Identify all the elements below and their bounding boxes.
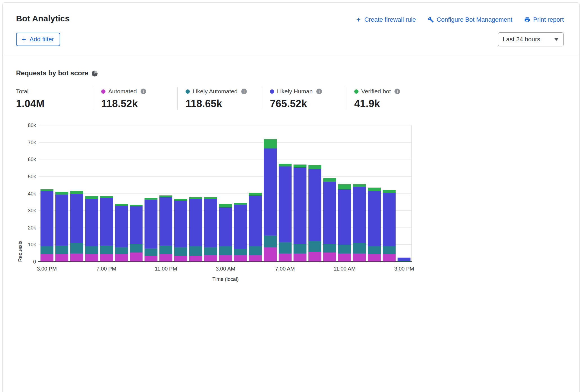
bar-segment-likely-automated <box>55 245 68 254</box>
bar-segment-automated <box>70 253 83 262</box>
wrench-icon <box>428 17 434 23</box>
print-report-link[interactable]: Print report <box>524 16 564 23</box>
bar-segment-likely-human <box>398 258 410 261</box>
time-range-value: Last 24 hours <box>503 36 540 43</box>
bar[interactable] <box>308 125 321 262</box>
y-tick-label: 70k <box>28 139 36 145</box>
plus-icon <box>355 17 362 23</box>
plot-area: Requests Time (local) 010k20k30k40k50k60… <box>39 125 412 262</box>
bar[interactable] <box>204 125 217 262</box>
bar-segment-likely-automated <box>294 244 306 253</box>
bar-segment-automated <box>55 254 68 262</box>
bar-segment-automated <box>115 254 128 262</box>
bar[interactable] <box>264 125 277 262</box>
bar[interactable] <box>159 125 172 262</box>
bar-segment-likely-human <box>189 199 202 247</box>
bar-segment-automated <box>353 253 366 262</box>
bar-segment-likely-human <box>130 206 143 244</box>
pie-chart-icon[interactable] <box>92 71 98 76</box>
time-range-select[interactable]: Last 24 hours <box>498 32 564 46</box>
bar[interactable] <box>279 125 292 262</box>
bar-segment-likely-human <box>338 189 351 245</box>
bar-segment-automated <box>130 253 143 262</box>
bar[interactable] <box>234 125 247 262</box>
bar-segment-verified-bot <box>85 196 98 199</box>
bar-segment-likely-human <box>219 207 232 246</box>
bar[interactable] <box>145 125 157 262</box>
x-tick-label: 7:00 AM <box>275 266 295 272</box>
x-tick-label: 3:00 PM <box>37 266 57 272</box>
add-filter-label: Add filter <box>30 36 54 43</box>
bar-segment-verified-bot <box>383 190 396 193</box>
bar-segment-automated <box>85 254 98 262</box>
bar-segment-likely-automated <box>130 244 143 252</box>
bar-segment-automated <box>308 252 321 262</box>
bar-segment-likely-human <box>279 166 292 242</box>
bar[interactable] <box>130 125 143 262</box>
bar-segment-likely-human <box>368 191 381 246</box>
bar-segment-likely-automated <box>353 243 366 253</box>
x-tick-label: 11:00 PM <box>155 266 177 272</box>
bot-analytics-card: Bot Analytics Create firewall rule Confi… <box>2 2 580 392</box>
y-axis-title: Requests <box>17 125 23 262</box>
bar-segment-likely-human <box>249 195 262 247</box>
bar[interactable] <box>219 125 232 262</box>
bar-segment-likely-human <box>204 199 217 247</box>
bar-segment-likely-human <box>85 199 98 247</box>
bar-segment-likely-human <box>234 205 247 249</box>
section-title: Requests by bot score <box>16 69 88 77</box>
y-tick-label: 10k <box>28 242 36 248</box>
bar-segment-likely-human <box>159 197 172 246</box>
bar-segment-automated <box>323 253 336 262</box>
bar-segment-verified-bot <box>323 178 336 182</box>
bar[interactable] <box>85 125 98 262</box>
bar[interactable] <box>100 125 113 262</box>
bar-segment-likely-automated <box>383 246 396 254</box>
stat-value: 1.04M <box>16 98 93 110</box>
add-filter-button[interactable]: Add filter <box>16 33 60 46</box>
stat-automated: Automated 118.52k <box>93 87 177 110</box>
bar-segment-likely-automated <box>174 247 187 256</box>
info-icon[interactable] <box>394 89 400 94</box>
bar-segment-likely-automated <box>204 247 217 255</box>
bar[interactable] <box>338 125 351 262</box>
bars <box>39 125 412 262</box>
bar-segment-automated <box>249 255 262 262</box>
y-tick-label: 30k <box>28 208 36 214</box>
bar-segment-likely-human <box>115 206 128 247</box>
x-tick-label: 11:00 AM <box>333 266 356 272</box>
legend-dot <box>354 89 358 94</box>
bar-segment-likely-human <box>145 200 157 248</box>
bar[interactable] <box>115 125 128 262</box>
legend-dot <box>186 89 190 94</box>
bar[interactable] <box>189 125 202 262</box>
bar[interactable] <box>40 125 53 262</box>
info-icon[interactable] <box>141 89 146 94</box>
printer-icon <box>524 17 530 23</box>
stat-label: Likely Human <box>277 88 313 95</box>
bar[interactable] <box>174 125 187 262</box>
bar-segment-verified-bot <box>279 164 292 166</box>
bar-segment-verified-bot <box>249 193 262 195</box>
bar-segment-verified-bot <box>70 191 83 193</box>
info-icon[interactable] <box>241 89 247 94</box>
bar-segment-automated <box>279 253 292 262</box>
bar[interactable] <box>353 125 366 262</box>
bar[interactable] <box>294 125 306 262</box>
bar[interactable] <box>55 125 68 262</box>
create-firewall-rule-link[interactable]: Create firewall rule <box>355 16 416 23</box>
stat-label: Verified bot <box>361 88 391 95</box>
configure-bot-management-link[interactable]: Configure Bot Management <box>428 16 512 23</box>
x-tick-label: 3:00 PM <box>394 266 414 272</box>
y-tick-label: 40k <box>28 191 36 197</box>
bar[interactable] <box>70 125 83 262</box>
bar[interactable] <box>249 125 262 262</box>
action-link-label: Print report <box>533 16 564 23</box>
bar[interactable] <box>368 125 381 262</box>
bar[interactable] <box>383 125 396 262</box>
y-tick-label: 50k <box>28 174 36 179</box>
bar[interactable] <box>398 125 410 262</box>
bar[interactable] <box>323 125 336 262</box>
info-icon[interactable] <box>316 89 322 94</box>
bar-segment-likely-automated <box>338 245 351 253</box>
